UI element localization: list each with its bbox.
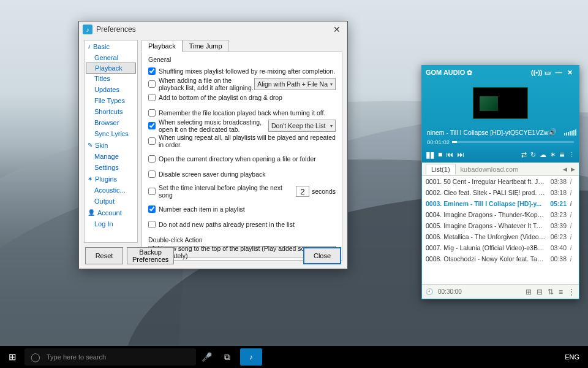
more-icon[interactable]: ⋮ — [568, 288, 575, 296]
pause-button[interactable]: ▮▮ — [426, 150, 434, 159]
playlist-row[interactable]: 0005. Imagine Dragons - Whatever It Take… — [422, 220, 579, 231]
reset-button[interactable]: Reset — [85, 247, 123, 264]
playlist-menu-icon[interactable]: ≡ — [559, 288, 563, 296]
opt-number-each[interactable]: Number each item in a playlist — [148, 204, 336, 214]
volume-level[interactable] — [564, 129, 576, 136]
close-button[interactable]: Close — [303, 247, 341, 264]
opt-repeat-all[interactable]: When using repeat all, all playlists wil… — [148, 134, 336, 148]
sidebar-item[interactable]: Output — [85, 196, 137, 207]
interval-checkbox[interactable] — [148, 188, 156, 195]
minimize-icon[interactable]: — — [553, 69, 564, 76]
tab[interactable]: Time Jump — [183, 40, 229, 52]
opt-broadcast[interactable]: When selecting music broadcasting, open … — [148, 118, 336, 133]
add-bottom-checkbox[interactable] — [148, 94, 156, 101]
sidebar-group[interactable]: ✎Skin — [85, 139, 137, 151]
add-icon[interactable]: ⊞ — [526, 288, 532, 296]
sidebar-item[interactable]: Settings — [85, 162, 137, 173]
scroll-right-icon[interactable]: ▶ — [571, 166, 575, 172]
playlist-row[interactable]: 0003. Eminem - Till I Collapse [HD]-y...… — [422, 198, 579, 209]
broadcast-combo[interactable]: Don't Keep the List▾ — [268, 120, 336, 132]
next-button[interactable]: ⏭ — [457, 150, 464, 159]
now-playing-title: ninem - Till I Collapse [HD]-ytQ5CYE1VZw — [427, 129, 548, 136]
sidebar-group[interactable]: 👤Account — [85, 207, 137, 218]
seek-bar[interactable] — [452, 141, 574, 143]
sidebar-item[interactable]: Browser — [85, 117, 137, 128]
sidebar-item[interactable]: Log In — [85, 218, 137, 229]
close-icon[interactable]: ✕ — [330, 25, 344, 34]
sidebar-item[interactable]: Acoustic... — [85, 185, 137, 196]
sidebar-item[interactable]: Shortcuts — [85, 106, 137, 117]
playlist-row[interactable]: 0007. Mig - Lalunia (Official Video)-e3B… — [422, 242, 579, 253]
tab[interactable]: Playback — [141, 40, 183, 52]
start-button[interactable]: ⊞ — [0, 351, 24, 362]
list-icon[interactable]: ≣ — [559, 151, 565, 159]
backup-preferences-button[interactable]: Backup Preferences — [127, 247, 174, 264]
gom-titlebar[interactable]: GOM AUDIO ✿ ((•)) ▭ — ✕ — [422, 66, 579, 79]
open-dir-label: Open the current directory when opening … — [159, 155, 336, 163]
opt-interval[interactable]: Set the time interval before playing the… — [148, 184, 336, 199]
app-icon: ♪ — [83, 25, 92, 34]
opt-remember-loc[interactable]: Remember the file location played back w… — [148, 107, 336, 118]
language-indicator[interactable]: ENG — [556, 353, 588, 361]
repeat-all-checkbox[interactable] — [148, 137, 156, 145]
broadcast-checkbox[interactable] — [148, 122, 156, 129]
gom-taskbar-icon[interactable]: ♪ — [240, 348, 262, 366]
align-add-label: When adding a file on the playback list,… — [159, 77, 254, 91]
stop-button[interactable]: ■ — [438, 150, 442, 159]
opt-disable-ss[interactable]: Disable screen saver during playback — [148, 169, 336, 179]
prev-button[interactable]: ⏮ — [446, 150, 453, 159]
playlist-row[interactable]: 0001. 50 Cent - Irregular Heartbeat ft. … — [422, 176, 579, 187]
sidebar-group[interactable]: ✶Plugins — [85, 173, 137, 185]
playlist-row[interactable]: 0004. Imagine Dragons - Thunder-fKopy74.… — [422, 209, 579, 220]
sidebar-group[interactable]: ♪Basic — [85, 40, 137, 52]
remember-loc-checkbox[interactable] — [148, 109, 156, 117]
preferences-titlebar[interactable]: ♪ Preferences ✕ — [79, 21, 347, 37]
sidebar-item[interactable]: File Types — [85, 95, 137, 106]
disable-ss-checkbox[interactable] — [148, 171, 156, 178]
eq-icon[interactable]: ☁ — [540, 151, 546, 159]
playlist-row[interactable]: 0008. Otsochodzi - Nowy Kolor feat. Taco… — [422, 253, 579, 264]
playlist-row[interactable]: 0002. Cleo feat. Sitek - PALI SIĘ! prod.… — [422, 187, 579, 198]
opt-no-dup[interactable]: Do not add new paths already present in … — [148, 219, 336, 229]
visual-icon[interactable]: ✶ — [550, 151, 556, 159]
align-add-combo[interactable]: Align with Path + File Na▾ — [254, 78, 336, 90]
shuffle-icon[interactable]: ⇄ — [521, 151, 527, 159]
compact-icon[interactable]: ▭ — [542, 69, 553, 77]
align-add-checkbox[interactable] — [148, 80, 156, 88]
remove-icon[interactable]: ⊟ — [537, 288, 543, 296]
sort-icon[interactable]: ⇅ — [548, 288, 554, 296]
shuffle-label: Shuffling mixes playlist followed by re-… — [159, 67, 336, 75]
sidebar-item[interactable]: Manage — [85, 151, 137, 162]
playlist-row[interactable]: 0006. Metallica - The Unforgiven (Video)… — [422, 231, 579, 242]
gom-audio-window: GOM AUDIO ✿ ((•)) ▭ — ✕ ninem - Till I C… — [421, 65, 579, 299]
interval-value[interactable] — [296, 186, 309, 197]
sidebar-item[interactable]: Titles — [85, 73, 137, 84]
opt-shuffle[interactable]: Shuffling mixes playlist followed by re-… — [148, 66, 336, 76]
playlist-tab[interactable]: List(1) — [426, 164, 456, 175]
shuffle-checkbox[interactable] — [148, 67, 156, 75]
interval-unit: seconds — [312, 188, 336, 195]
no-dup-label: Do not add new paths already present in … — [159, 221, 336, 228]
number-each-checkbox[interactable] — [148, 205, 156, 213]
open-dir-checkbox[interactable] — [148, 155, 156, 163]
opt-add-bottom[interactable]: Add to bottom of the playlist on drag & … — [148, 92, 336, 102]
volume-icon[interactable]: 🔊 — [548, 128, 557, 136]
mic-icon[interactable]: 🎤 — [196, 352, 217, 362]
playlist[interactable]: 0001. 50 Cent - Irregular Heartbeat ft. … — [422, 176, 579, 284]
opt-open-dir[interactable]: Open the current directory when opening … — [148, 153, 336, 164]
close-icon[interactable]: ✕ — [564, 69, 575, 77]
sidebar-item[interactable]: Updates — [85, 84, 137, 95]
scroll-left-icon[interactable]: ◀ — [563, 166, 567, 172]
opt-align-add[interactable]: When adding a file on the playback list,… — [148, 77, 336, 91]
preferences-tabs: PlaybackTime Jump — [141, 40, 342, 52]
task-view-icon[interactable]: ⧉ — [217, 352, 238, 362]
no-dup-checkbox[interactable] — [148, 221, 156, 228]
sidebar-item[interactable]: General — [85, 52, 137, 63]
sidebar-item[interactable]: Playback — [86, 63, 136, 74]
sidebar-item[interactable]: Sync Lyrics — [85, 128, 137, 139]
preferences-sidebar: ♪BasicGeneralPlaybackTitlesUpdatesFile T… — [84, 40, 138, 243]
broadcast-icon[interactable]: ((•)) — [531, 69, 542, 76]
repeat-icon[interactable]: ↻ — [530, 151, 536, 159]
menu-icon[interactable]: ⋮ — [568, 151, 575, 159]
taskbar-search[interactable]: ◯ Type here to search — [24, 348, 196, 366]
